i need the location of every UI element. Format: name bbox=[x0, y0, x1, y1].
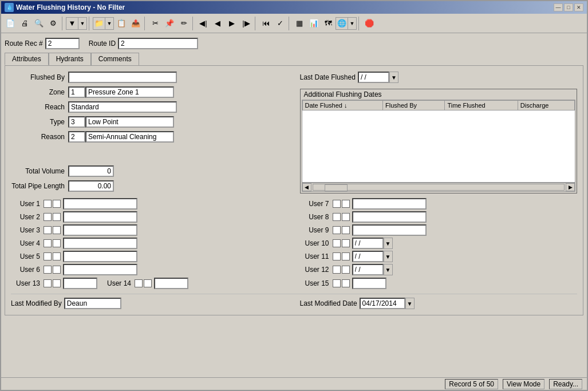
search-button[interactable]: 🔍 bbox=[32, 17, 46, 30]
user-3-checkbox1[interactable] bbox=[44, 226, 52, 234]
last-date-flushed-input[interactable] bbox=[358, 72, 389, 83]
globe-arrow-button[interactable]: ▼ bbox=[348, 17, 356, 30]
user-12-dropdown[interactable]: ▼ bbox=[384, 264, 393, 275]
user-1-checkbox2[interactable] bbox=[53, 200, 61, 208]
tools-button[interactable]: ⚙ bbox=[46, 17, 60, 30]
user-11-checkbox2[interactable] bbox=[342, 252, 350, 260]
user-6-checkbox2[interactable] bbox=[53, 266, 61, 274]
globe-button[interactable]: 🌐 bbox=[336, 17, 348, 30]
cut-button[interactable]: ✂ bbox=[148, 17, 162, 30]
user-9-checkbox1[interactable] bbox=[333, 226, 341, 234]
user-14-checkbox1[interactable] bbox=[135, 279, 143, 287]
stop-button[interactable]: 🛑 bbox=[362, 17, 376, 30]
tab-attributes[interactable]: Attributes bbox=[5, 53, 49, 65]
user-13-input[interactable] bbox=[63, 278, 97, 289]
user-2-input[interactable] bbox=[63, 211, 137, 223]
user-4-input[interactable] bbox=[63, 238, 137, 249]
user-12-checkbox1[interactable] bbox=[333, 266, 341, 274]
type-text-input[interactable] bbox=[85, 116, 174, 128]
user-11-date-input[interactable] bbox=[352, 251, 384, 262]
user-1-input[interactable] bbox=[63, 198, 137, 210]
user-14-input[interactable] bbox=[154, 278, 188, 289]
user-5-checkbox1[interactable] bbox=[44, 252, 52, 260]
user-11-dropdown[interactable]: ▼ bbox=[384, 251, 393, 262]
user-7-checkbox1[interactable] bbox=[333, 200, 341, 208]
reach-input[interactable] bbox=[68, 101, 177, 113]
user-10-date-input[interactable] bbox=[352, 238, 384, 249]
user-4-checkbox1[interactable] bbox=[44, 239, 52, 247]
last-date-flushed-dropdown[interactable]: ▼ bbox=[389, 72, 398, 83]
user-10-checkbox2[interactable] bbox=[342, 239, 350, 247]
user-14-checkbox2[interactable] bbox=[144, 279, 152, 287]
type-num-input[interactable] bbox=[68, 116, 85, 128]
last-modified-date-input[interactable] bbox=[360, 298, 405, 309]
user-15-input[interactable] bbox=[352, 278, 386, 289]
user-8-input[interactable] bbox=[352, 211, 427, 223]
filter-arrow-button[interactable]: ▼ bbox=[78, 17, 86, 30]
user-10-dropdown[interactable]: ▼ bbox=[384, 238, 393, 249]
close-button[interactable]: ✕ bbox=[574, 3, 583, 11]
open-arrow-button[interactable]: ▼ bbox=[105, 17, 113, 30]
zone-text-input[interactable] bbox=[85, 86, 174, 98]
scroll-thumb[interactable] bbox=[325, 184, 348, 191]
flushed-by-input[interactable] bbox=[68, 72, 177, 83]
user-5-checkbox2[interactable] bbox=[53, 252, 61, 260]
export-button[interactable]: 📤 bbox=[129, 17, 143, 30]
scroll-right[interactable]: ▶ bbox=[566, 183, 575, 191]
minimize-button[interactable]: — bbox=[554, 3, 563, 11]
prev-button[interactable]: ◀ bbox=[211, 17, 224, 30]
tab-comments[interactable]: Comments bbox=[91, 53, 139, 65]
user-7-checkbox2[interactable] bbox=[342, 200, 350, 208]
reason-text-input[interactable] bbox=[85, 131, 174, 143]
user-7-input[interactable] bbox=[352, 198, 427, 210]
reason-num-input[interactable] bbox=[68, 131, 85, 143]
h-scrollbar[interactable]: ◀ ▶ bbox=[302, 183, 576, 192]
user-12-checkbox2[interactable] bbox=[342, 266, 350, 274]
user-6-checkbox1[interactable] bbox=[44, 266, 52, 274]
route-id-input[interactable] bbox=[118, 38, 198, 49]
table-button[interactable]: ▦ bbox=[293, 17, 306, 30]
page-button[interactable]: 📋 bbox=[115, 17, 128, 30]
filter-button[interactable]: ▼ bbox=[66, 17, 78, 30]
print-button[interactable]: 🖨 bbox=[18, 17, 31, 30]
map-button[interactable]: 🗺 bbox=[321, 17, 335, 30]
last-button[interactable]: |▶ bbox=[239, 17, 253, 30]
user-2-checkbox2[interactable] bbox=[53, 213, 61, 221]
paste-button[interactable]: 📌 bbox=[163, 17, 176, 30]
open-button[interactable]: 📁 bbox=[93, 17, 105, 30]
first-button[interactable]: ◀| bbox=[196, 17, 210, 30]
scroll-left[interactable]: ◀ bbox=[302, 183, 311, 191]
user-8-checkbox1[interactable] bbox=[333, 213, 341, 221]
user-10-checkbox1[interactable] bbox=[333, 239, 341, 247]
user-12-date-input[interactable] bbox=[352, 264, 384, 275]
user-15-checkbox1[interactable] bbox=[333, 279, 341, 287]
next-button[interactable]: ▶ bbox=[225, 17, 239, 30]
last-modified-date-dropdown[interactable]: ▼ bbox=[405, 298, 415, 309]
graph-button[interactable]: 📊 bbox=[307, 17, 321, 30]
user-9-checkbox2[interactable] bbox=[342, 226, 350, 234]
new-button[interactable]: 📄 bbox=[3, 17, 17, 30]
user-1-checkbox1[interactable] bbox=[44, 200, 52, 208]
user-15-checkbox2[interactable] bbox=[342, 279, 350, 287]
zone-num-input[interactable] bbox=[68, 86, 85, 98]
jump-first-button[interactable]: ⏮ bbox=[259, 17, 273, 30]
user-3-checkbox2[interactable] bbox=[53, 226, 61, 234]
last-modified-by-input[interactable] bbox=[64, 298, 121, 309]
total-pipe-input[interactable] bbox=[68, 180, 114, 192]
user-5-input[interactable] bbox=[63, 251, 137, 262]
maximize-button[interactable]: □ bbox=[564, 3, 573, 11]
check-button[interactable]: ✓ bbox=[273, 17, 287, 30]
edit-button[interactable]: ✏ bbox=[177, 17, 191, 30]
user-9-input[interactable] bbox=[352, 224, 427, 236]
user-13-checkbox1[interactable] bbox=[44, 279, 52, 287]
user-4-checkbox2[interactable] bbox=[53, 239, 61, 247]
tab-hydrants[interactable]: Hydrants bbox=[49, 53, 91, 65]
user-6-input[interactable] bbox=[63, 264, 137, 275]
user-2-checkbox1[interactable] bbox=[44, 213, 52, 221]
user-3-input[interactable] bbox=[63, 224, 137, 236]
user-13-checkbox2[interactable] bbox=[53, 279, 61, 287]
user-11-checkbox1[interactable] bbox=[333, 252, 341, 260]
total-volume-input[interactable] bbox=[68, 165, 114, 177]
user-8-checkbox2[interactable] bbox=[342, 213, 350, 221]
route-rec-input[interactable] bbox=[45, 38, 80, 49]
